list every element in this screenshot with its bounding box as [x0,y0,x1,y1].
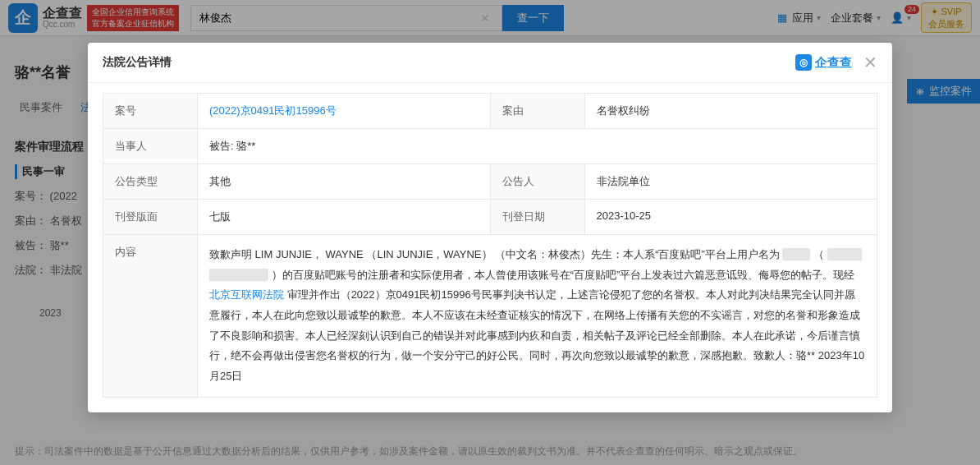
label-case-no: 案号 [103,94,198,129]
case-no-link[interactable]: (2022)京0491民初15996号 [209,104,337,117]
table-row: 案号 (2022)京0491民初15996号 案由 名誉权纠纷 [103,94,877,129]
table-row: 内容 致歉声明 LIM JUNJIE， WAYNE （LIN JUNJIE，WA… [103,235,877,398]
label-page: 刊登版面 [103,200,198,235]
value-notice-type: 其他 [198,164,491,200]
label-notice-person: 公告人 [490,164,584,200]
label-reason: 案由 [490,94,584,129]
label-pub-date: 刊登日期 [490,200,584,235]
label-notice-type: 公告类型 [103,164,198,200]
close-icon[interactable]: ✕ [863,54,877,71]
modal-body: 案号 (2022)京0491民初15996号 案由 名誉权纠纷 当事人 被告: … [88,83,892,412]
modal-brand[interactable]: ◎ 企查查 [795,54,852,71]
value-content: 致歉声明 LIM JUNJIE， WAYNE （LIN JUNJIE，WAYNE… [198,235,877,398]
table-row: 刊登版面 七版 刊登日期 2023-10-25 [103,200,877,235]
table-row: 公告类型 其他 公告人 非法院单位 [103,164,877,200]
value-notice-person: 非法院单位 [584,164,877,200]
label-parties: 当事人 [103,129,198,164]
table-row: 当事人 被告: 骆** [103,129,877,164]
value-pub-date: 2023-10-25 [584,200,877,235]
value-reason: 名誉权纠纷 [584,94,877,129]
court-link[interactable]: 北京互联网法院 [209,288,284,301]
modal-overlay: 法院公告详情 ◎ 企查查 ✕ 案号 (2022)京0491民初15996号 案由… [0,0,980,465]
redacted-text: ▇▇▇ [782,248,810,260]
value-page: 七版 [198,200,491,235]
detail-table: 案号 (2022)京0491民初15996号 案由 名誉权纠纷 当事人 被告: … [103,93,877,398]
modal-header: 法院公告详情 ◎ 企查查 ✕ [88,43,892,83]
court-notice-modal: 法院公告详情 ◎ 企查查 ✕ 案号 (2022)京0491民初15996号 案由… [88,43,892,412]
value-parties: 被告: 骆** [198,129,877,164]
label-content: 内容 [103,235,198,398]
brand-icon: ◎ [795,54,812,71]
modal-title: 法院公告详情 [103,55,795,70]
